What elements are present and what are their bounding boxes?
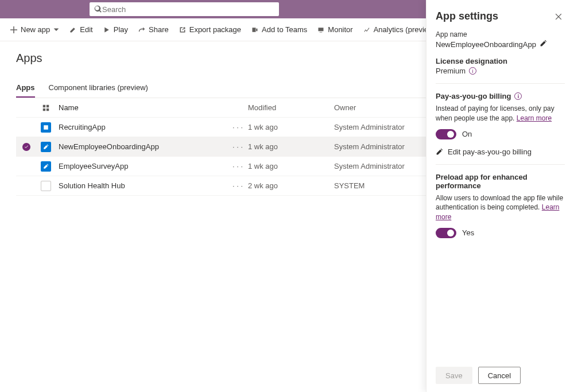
app-name-label: App name: [436, 30, 565, 38]
column-modified[interactable]: Modified: [248, 103, 334, 112]
license-label: License designation: [436, 57, 565, 65]
info-icon[interactable]: i: [514, 92, 522, 100]
edit-payg-button[interactable]: Edit pay-as-you-go billing: [436, 148, 565, 156]
search-icon: [94, 5, 102, 13]
play-button[interactable]: Play: [100, 23, 131, 36]
app-icon: [41, 181, 51, 191]
panel-title: App settings: [436, 10, 498, 22]
cancel-button[interactable]: Cancel: [478, 367, 521, 384]
edit-button[interactable]: Edit: [66, 23, 96, 36]
close-button[interactable]: [552, 10, 565, 25]
play-label: Play: [114, 25, 128, 34]
pencil-icon: [436, 148, 443, 156]
modified-cell: 1 wk ago: [248, 142, 334, 151]
selected-check-icon: [22, 143, 30, 151]
payg-description: Instead of paying for licenses, only pay…: [436, 104, 565, 123]
share-button[interactable]: Share: [135, 23, 172, 36]
column-name[interactable]: Name: [55, 103, 227, 112]
app-name-cell[interactable]: RecruitingApp: [55, 123, 227, 131]
teams-label: Add to Teams: [262, 25, 307, 34]
preload-toggle-label: Yes: [462, 228, 474, 237]
payg-heading: Pay-as-you-go billing i: [436, 92, 565, 100]
new-app-label: New app: [21, 25, 50, 34]
modified-cell: 1 wk ago: [248, 162, 334, 170]
tab-apps[interactable]: Apps: [16, 79, 35, 98]
more-actions-button[interactable]: · · ·: [227, 123, 248, 131]
app-name-cell[interactable]: NewEmployeeOnboardingApp: [55, 142, 227, 151]
column-chooser-icon[interactable]: [42, 104, 50, 112]
edit-label: Edit: [80, 25, 92, 34]
more-actions-button[interactable]: · · ·: [227, 142, 248, 151]
export-package-button[interactable]: Export package: [176, 23, 245, 36]
app-name-cell[interactable]: Solution Health Hub: [55, 181, 227, 190]
info-icon[interactable]: i: [469, 67, 476, 75]
preload-heading: Preload app for enhanced performance: [436, 173, 565, 190]
preload-toggle[interactable]: [436, 228, 456, 238]
modified-cell: 2 wk ago: [248, 181, 334, 190]
modified-cell: 1 wk ago: [248, 123, 334, 131]
app-icon: [41, 142, 51, 152]
add-to-teams-button[interactable]: Add to Teams: [248, 23, 311, 36]
more-actions-button[interactable]: · · ·: [227, 162, 248, 170]
monitor-label: Monitor: [328, 25, 352, 34]
share-label: Share: [149, 25, 169, 34]
learn-more-link[interactable]: Learn more: [517, 114, 552, 122]
save-button[interactable]: Save: [436, 367, 472, 384]
panel-footer: Save Cancel: [426, 359, 574, 392]
edit-app-name-button[interactable]: [540, 40, 547, 49]
payg-toggle-label: On: [462, 130, 472, 138]
chevron-down-icon: [53, 27, 59, 33]
monitor-button[interactable]: Monitor: [314, 23, 356, 36]
close-icon: [554, 13, 563, 21]
search-box[interactable]: [90, 2, 279, 16]
tab-component-libraries[interactable]: Component libraries (preview): [49, 79, 148, 98]
app-icon: [41, 161, 51, 172]
preload-description: Allow users to download the app file whi…: [436, 193, 565, 222]
payg-toggle[interactable]: [436, 129, 456, 139]
new-app-button[interactable]: New app: [7, 23, 63, 36]
edit-payg-label: Edit pay-as-you-go billing: [448, 148, 532, 156]
export-label: Export package: [189, 25, 241, 34]
app-settings-panel: App settings App name NewEmployeeOnboard…: [426, 0, 574, 392]
app-name-value: NewEmployeeOnboardingApp: [436, 40, 536, 49]
pencil-icon: [540, 40, 547, 47]
license-value: Premium: [436, 67, 466, 75]
app-name-cell[interactable]: EmployeeSurveyApp: [55, 162, 227, 170]
search-input[interactable]: [102, 5, 274, 14]
more-actions-button[interactable]: · · ·: [227, 181, 248, 190]
app-icon: [41, 122, 51, 133]
